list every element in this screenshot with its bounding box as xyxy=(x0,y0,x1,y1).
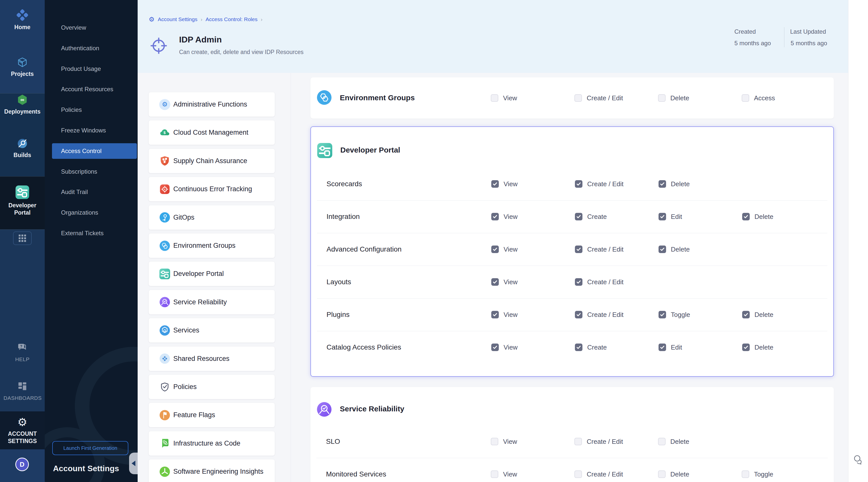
permission-toggle[interactable]: Toggle xyxy=(742,458,773,482)
permission-create[interactable]: Create xyxy=(575,200,607,233)
permission-delete[interactable]: Delete xyxy=(658,458,689,482)
permission-access[interactable]: Access xyxy=(742,78,775,119)
permission-toggle[interactable]: Toggle xyxy=(658,298,690,331)
permission-checkbox[interactable] xyxy=(742,471,749,478)
resource-card-shared-resources[interactable]: Shared Resources xyxy=(149,347,275,371)
sidebar-item-organizations[interactable]: Organizations xyxy=(52,205,137,220)
permission-view[interactable]: View xyxy=(491,266,518,298)
permission-checkbox[interactable] xyxy=(658,438,665,445)
avatar[interactable]: D xyxy=(15,458,29,471)
permission-checkbox[interactable] xyxy=(575,471,582,478)
sidebar-item-authentication[interactable]: Authentication xyxy=(52,40,137,56)
permission-create-edit[interactable]: Create / Edit xyxy=(575,266,624,298)
permission-view[interactable]: View xyxy=(491,233,518,266)
sidebar-item-account-resources[interactable]: Account Resources xyxy=(52,82,137,97)
permission-view[interactable]: View xyxy=(491,200,518,233)
permission-checkbox[interactable] xyxy=(742,94,749,102)
sidebar-item-access-control[interactable]: Access Control xyxy=(52,143,137,159)
permission-create-edit[interactable]: Create / Edit xyxy=(575,298,624,331)
permission-checkbox[interactable] xyxy=(742,213,750,220)
resource-card-environment-groups[interactable]: Environment Groups xyxy=(149,234,275,258)
permission-create-edit[interactable]: Create / Edit xyxy=(575,168,624,200)
rail-item-developer-portal[interactable]: Developer Portal xyxy=(0,185,45,216)
permission-checkbox[interactable] xyxy=(491,245,499,253)
permission-checkbox[interactable] xyxy=(491,278,499,286)
resource-card-policies[interactable]: Policies xyxy=(149,375,275,399)
permission-checkbox[interactable] xyxy=(658,94,665,102)
rail-item-builds[interactable]: Builds xyxy=(0,138,45,159)
launch-first-generation-button[interactable]: Launch First Generation xyxy=(52,441,128,455)
sidebar-item-policies[interactable]: Policies xyxy=(52,102,137,118)
resource-card-infrastructure-as-code[interactable]: Infrastructure as Code xyxy=(149,431,275,456)
permission-create-edit[interactable]: Create / Edit xyxy=(575,78,623,119)
resource-card-service-reliability[interactable]: Service Reliability xyxy=(149,290,275,314)
permission-delete[interactable]: Delete xyxy=(742,331,773,364)
rail-item-help[interactable]: ?HELP xyxy=(0,342,45,363)
permission-create-edit[interactable]: Create / Edit xyxy=(575,233,624,266)
permission-checkbox[interactable] xyxy=(575,213,583,220)
permission-checkbox[interactable] xyxy=(491,311,499,319)
permission-create[interactable]: Create xyxy=(575,331,607,364)
resource-card-supply-chain-assurance[interactable]: Supply Chain Assurance xyxy=(149,149,275,173)
permission-checkbox[interactable] xyxy=(658,471,665,478)
permission-checkbox[interactable] xyxy=(575,245,583,253)
resource-card-software-engineering-insights[interactable]: Software Engineering Insights xyxy=(149,459,275,482)
permission-view[interactable]: View xyxy=(491,168,518,200)
permission-checkbox[interactable] xyxy=(491,180,499,188)
permission-checkbox[interactable] xyxy=(658,311,666,319)
resource-card-cloud-cost-management[interactable]: $Cloud Cost Management xyxy=(149,120,275,145)
permission-checkbox[interactable] xyxy=(658,245,666,253)
permission-view[interactable]: View xyxy=(491,425,517,458)
sidebar-item-overview[interactable]: Overview xyxy=(52,20,137,35)
support-chat-icon[interactable] xyxy=(853,454,864,465)
permission-checkbox[interactable] xyxy=(742,343,750,351)
permission-view[interactable]: View xyxy=(491,458,517,482)
permission-checkbox[interactable] xyxy=(491,343,499,351)
resource-card-services[interactable]: Services xyxy=(149,318,275,342)
permission-delete[interactable]: Delete xyxy=(742,200,773,233)
resource-card-administrative-functions[interactable]: ⚙Administrative Functions xyxy=(149,92,275,117)
sidebar-item-subscriptions[interactable]: Subscriptions xyxy=(52,164,137,179)
permission-checkbox[interactable] xyxy=(575,180,583,188)
sidebar-item-product-usage[interactable]: Product Usage xyxy=(52,61,137,77)
breadcrumb-link[interactable]: Account Settings xyxy=(158,16,197,22)
sidebar-item-freeze-windows[interactable]: Freeze Windows xyxy=(52,123,137,138)
sidebar-item-external-tickets[interactable]: External Tickets xyxy=(52,225,137,241)
permission-view[interactable]: View xyxy=(491,331,518,364)
rail-item-dashboards[interactable]: DASHBOARDS xyxy=(0,381,45,401)
permission-checkbox[interactable] xyxy=(491,471,498,478)
permission-checkbox[interactable] xyxy=(491,94,498,102)
permission-delete[interactable]: Delete xyxy=(658,425,689,458)
permission-delete[interactable]: Delete xyxy=(658,233,690,266)
permission-checkbox[interactable] xyxy=(575,94,582,102)
permission-checkbox[interactable] xyxy=(491,438,498,445)
permission-checkbox[interactable] xyxy=(575,343,583,351)
module-picker-button[interactable] xyxy=(13,232,32,245)
resource-card-developer-portal[interactable]: Developer Portal xyxy=(149,262,275,286)
rail-item-projects[interactable]: Projects xyxy=(0,57,45,78)
rail-item-deployments[interactable]: ∞Deployments xyxy=(0,94,45,115)
permission-edit[interactable]: Edit xyxy=(658,331,682,364)
permission-delete[interactable]: Delete xyxy=(658,78,689,119)
permission-checkbox[interactable] xyxy=(575,311,583,319)
permission-checkbox[interactable] xyxy=(658,180,666,188)
rail-item-home[interactable]: Home xyxy=(0,9,45,31)
resource-card-feature-flags[interactable]: Feature Flags xyxy=(149,403,275,427)
permission-checkbox[interactable] xyxy=(491,213,499,220)
sidebar-collapse-handle[interactable] xyxy=(129,453,137,474)
permission-create-edit[interactable]: Create / Edit xyxy=(575,425,623,458)
rail-item-account-settings[interactable]: ⚙ACCOUNT SETTINGS xyxy=(0,417,45,445)
permission-checkbox[interactable] xyxy=(742,311,750,319)
resource-card-gitops[interactable]: GitOps xyxy=(149,205,275,230)
permission-create-edit[interactable]: Create / Edit xyxy=(575,458,623,482)
permission-view[interactable]: View xyxy=(491,78,517,119)
permission-checkbox[interactable] xyxy=(575,438,582,445)
permission-delete[interactable]: Delete xyxy=(658,168,690,200)
permission-view[interactable]: View xyxy=(491,298,518,331)
resource-card-continuous-error-tracking[interactable]: Continuous Error Tracking xyxy=(149,177,275,201)
permission-checkbox[interactable] xyxy=(575,278,583,286)
permission-checkbox[interactable] xyxy=(658,343,666,351)
permission-delete[interactable]: Delete xyxy=(742,298,773,331)
sidebar-item-audit-trail[interactable]: Audit Trail xyxy=(52,184,137,200)
breadcrumb-link[interactable]: Access Control: Roles xyxy=(206,16,258,22)
